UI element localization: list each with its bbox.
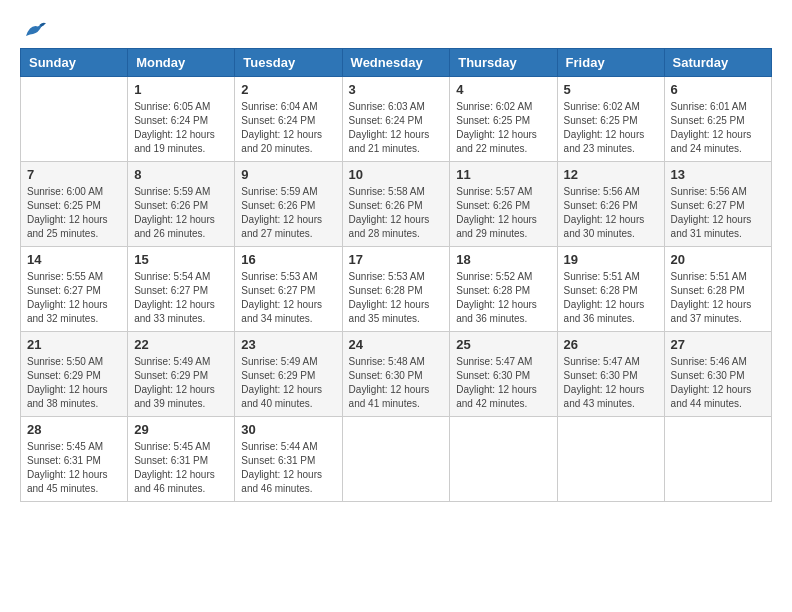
calendar-cell: 19Sunrise: 5:51 AM Sunset: 6:28 PM Dayli… [557,247,664,332]
day-info: Sunrise: 6:03 AM Sunset: 6:24 PM Dayligh… [349,100,444,156]
day-number: 14 [27,252,121,267]
day-info: Sunrise: 6:02 AM Sunset: 6:25 PM Dayligh… [456,100,550,156]
day-info: Sunrise: 5:54 AM Sunset: 6:27 PM Dayligh… [134,270,228,326]
logo-bird-icon [22,20,46,40]
day-number: 22 [134,337,228,352]
day-number: 4 [456,82,550,97]
day-info: Sunrise: 5:52 AM Sunset: 6:28 PM Dayligh… [456,270,550,326]
day-number: 26 [564,337,658,352]
calendar-cell: 16Sunrise: 5:53 AM Sunset: 6:27 PM Dayli… [235,247,342,332]
calendar-cell: 2Sunrise: 6:04 AM Sunset: 6:24 PM Daylig… [235,77,342,162]
day-number: 5 [564,82,658,97]
day-header-wednesday: Wednesday [342,49,450,77]
day-number: 8 [134,167,228,182]
day-info: Sunrise: 5:44 AM Sunset: 6:31 PM Dayligh… [241,440,335,496]
calendar-cell: 27Sunrise: 5:46 AM Sunset: 6:30 PM Dayli… [664,332,771,417]
day-number: 2 [241,82,335,97]
day-info: Sunrise: 5:49 AM Sunset: 6:29 PM Dayligh… [241,355,335,411]
day-number: 25 [456,337,550,352]
day-number: 1 [134,82,228,97]
day-header-tuesday: Tuesday [235,49,342,77]
calendar-week-row: 14Sunrise: 5:55 AM Sunset: 6:27 PM Dayli… [21,247,772,332]
day-info: Sunrise: 5:50 AM Sunset: 6:29 PM Dayligh… [27,355,121,411]
calendar-table: SundayMondayTuesdayWednesdayThursdayFrid… [20,48,772,502]
calendar-cell: 5Sunrise: 6:02 AM Sunset: 6:25 PM Daylig… [557,77,664,162]
day-info: Sunrise: 5:47 AM Sunset: 6:30 PM Dayligh… [564,355,658,411]
calendar-cell [21,77,128,162]
day-number: 12 [564,167,658,182]
day-info: Sunrise: 6:04 AM Sunset: 6:24 PM Dayligh… [241,100,335,156]
day-number: 28 [27,422,121,437]
calendar-cell: 30Sunrise: 5:44 AM Sunset: 6:31 PM Dayli… [235,417,342,502]
day-info: Sunrise: 6:02 AM Sunset: 6:25 PM Dayligh… [564,100,658,156]
day-info: Sunrise: 5:58 AM Sunset: 6:26 PM Dayligh… [349,185,444,241]
day-info: Sunrise: 5:59 AM Sunset: 6:26 PM Dayligh… [134,185,228,241]
calendar-cell: 17Sunrise: 5:53 AM Sunset: 6:28 PM Dayli… [342,247,450,332]
calendar-cell: 26Sunrise: 5:47 AM Sunset: 6:30 PM Dayli… [557,332,664,417]
day-number: 15 [134,252,228,267]
day-info: Sunrise: 6:01 AM Sunset: 6:25 PM Dayligh… [671,100,765,156]
calendar-cell: 23Sunrise: 5:49 AM Sunset: 6:29 PM Dayli… [235,332,342,417]
calendar-week-row: 28Sunrise: 5:45 AM Sunset: 6:31 PM Dayli… [21,417,772,502]
day-info: Sunrise: 5:45 AM Sunset: 6:31 PM Dayligh… [27,440,121,496]
day-number: 17 [349,252,444,267]
calendar-cell: 21Sunrise: 5:50 AM Sunset: 6:29 PM Dayli… [21,332,128,417]
day-number: 30 [241,422,335,437]
day-info: Sunrise: 5:49 AM Sunset: 6:29 PM Dayligh… [134,355,228,411]
calendar-cell: 14Sunrise: 5:55 AM Sunset: 6:27 PM Dayli… [21,247,128,332]
day-header-sunday: Sunday [21,49,128,77]
calendar-cell: 15Sunrise: 5:54 AM Sunset: 6:27 PM Dayli… [128,247,235,332]
calendar-week-row: 1Sunrise: 6:05 AM Sunset: 6:24 PM Daylig… [21,77,772,162]
calendar-cell: 18Sunrise: 5:52 AM Sunset: 6:28 PM Dayli… [450,247,557,332]
day-header-friday: Friday [557,49,664,77]
day-info: Sunrise: 5:53 AM Sunset: 6:28 PM Dayligh… [349,270,444,326]
day-number: 19 [564,252,658,267]
day-number: 27 [671,337,765,352]
calendar-cell: 29Sunrise: 5:45 AM Sunset: 6:31 PM Dayli… [128,417,235,502]
day-info: Sunrise: 6:00 AM Sunset: 6:25 PM Dayligh… [27,185,121,241]
day-number: 11 [456,167,550,182]
day-header-thursday: Thursday [450,49,557,77]
logo [20,20,46,40]
calendar-cell: 12Sunrise: 5:56 AM Sunset: 6:26 PM Dayli… [557,162,664,247]
calendar-cell: 4Sunrise: 6:02 AM Sunset: 6:25 PM Daylig… [450,77,557,162]
calendar-cell: 8Sunrise: 5:59 AM Sunset: 6:26 PM Daylig… [128,162,235,247]
day-number: 3 [349,82,444,97]
calendar-week-row: 7Sunrise: 6:00 AM Sunset: 6:25 PM Daylig… [21,162,772,247]
day-info: Sunrise: 5:53 AM Sunset: 6:27 PM Dayligh… [241,270,335,326]
day-info: Sunrise: 6:05 AM Sunset: 6:24 PM Dayligh… [134,100,228,156]
day-number: 18 [456,252,550,267]
calendar-cell: 9Sunrise: 5:59 AM Sunset: 6:26 PM Daylig… [235,162,342,247]
calendar-cell: 7Sunrise: 6:00 AM Sunset: 6:25 PM Daylig… [21,162,128,247]
day-header-monday: Monday [128,49,235,77]
calendar-cell: 28Sunrise: 5:45 AM Sunset: 6:31 PM Dayli… [21,417,128,502]
calendar-cell: 6Sunrise: 6:01 AM Sunset: 6:25 PM Daylig… [664,77,771,162]
calendar-cell [342,417,450,502]
calendar-cell: 24Sunrise: 5:48 AM Sunset: 6:30 PM Dayli… [342,332,450,417]
calendar-cell: 25Sunrise: 5:47 AM Sunset: 6:30 PM Dayli… [450,332,557,417]
calendar-cell: 22Sunrise: 5:49 AM Sunset: 6:29 PM Dayli… [128,332,235,417]
day-info: Sunrise: 5:56 AM Sunset: 6:27 PM Dayligh… [671,185,765,241]
calendar-cell: 10Sunrise: 5:58 AM Sunset: 6:26 PM Dayli… [342,162,450,247]
page-header [20,20,772,40]
calendar-cell [450,417,557,502]
calendar-cell: 1Sunrise: 6:05 AM Sunset: 6:24 PM Daylig… [128,77,235,162]
day-number: 6 [671,82,765,97]
day-number: 29 [134,422,228,437]
day-header-saturday: Saturday [664,49,771,77]
day-info: Sunrise: 5:51 AM Sunset: 6:28 PM Dayligh… [564,270,658,326]
day-number: 21 [27,337,121,352]
day-number: 20 [671,252,765,267]
day-number: 24 [349,337,444,352]
calendar-cell: 3Sunrise: 6:03 AM Sunset: 6:24 PM Daylig… [342,77,450,162]
calendar-week-row: 21Sunrise: 5:50 AM Sunset: 6:29 PM Dayli… [21,332,772,417]
day-number: 16 [241,252,335,267]
calendar-cell: 11Sunrise: 5:57 AM Sunset: 6:26 PM Dayli… [450,162,557,247]
day-info: Sunrise: 5:47 AM Sunset: 6:30 PM Dayligh… [456,355,550,411]
calendar-cell [664,417,771,502]
day-info: Sunrise: 5:46 AM Sunset: 6:30 PM Dayligh… [671,355,765,411]
day-number: 23 [241,337,335,352]
day-number: 9 [241,167,335,182]
day-info: Sunrise: 5:51 AM Sunset: 6:28 PM Dayligh… [671,270,765,326]
calendar-cell: 13Sunrise: 5:56 AM Sunset: 6:27 PM Dayli… [664,162,771,247]
